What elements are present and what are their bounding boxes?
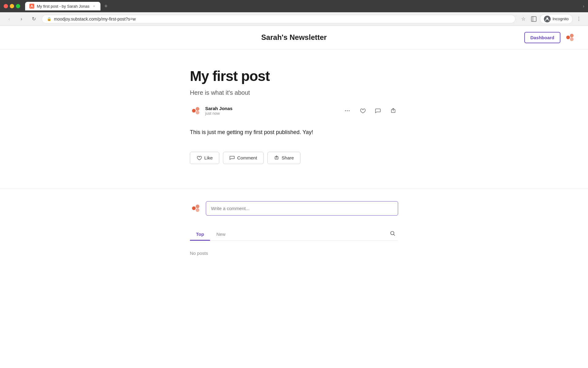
minimize-window-button[interactable]	[10, 4, 14, 8]
url-text: moodjoy.substack.com/p/my-first-post?s=w	[54, 17, 136, 21]
more-options-button[interactable]: ⋮	[575, 15, 583, 23]
post-body: This is just me getting my first post pu…	[190, 128, 398, 137]
share-icon-button[interactable]	[388, 106, 398, 116]
svg-point-9	[345, 110, 346, 111]
address-bar[interactable]: 🔒 moodjoy.substack.com/p/my-first-post?s…	[42, 15, 515, 23]
like-icon-button[interactable]	[358, 106, 368, 116]
browser-toolbar: ‹ › ↻ 🔒 moodjoy.substack.com/p/my-first-…	[0, 12, 588, 26]
dashboard-button[interactable]: Dashboard	[524, 32, 560, 43]
tab-new[interactable]: New	[210, 228, 232, 240]
svg-point-4	[570, 34, 574, 37]
commenter-avatar	[190, 202, 202, 214]
svg-rect-0	[531, 17, 536, 21]
author-info: Sarah Jonas just now	[190, 105, 232, 117]
svg-line-16	[394, 234, 395, 236]
sidebar-button[interactable]	[530, 15, 538, 23]
site-title: Sarah's Newsletter	[261, 33, 327, 42]
more-options-post-button[interactable]	[342, 106, 352, 116]
comment-button[interactable]: Comment	[223, 152, 264, 164]
reload-button[interactable]: ↻	[29, 15, 38, 23]
author-details: Sarah Jonas just now	[205, 106, 232, 116]
page-content: Sarah's Newsletter Dashboard My first po…	[0, 26, 588, 368]
comment-icon-button[interactable]	[373, 106, 383, 116]
post-subtitle: Here is what it's about	[190, 89, 398, 96]
browser-chrome: My first post - by Sarah Jonas × + › ‹ ›…	[0, 0, 588, 26]
tab-close-button[interactable]: ×	[92, 4, 96, 8]
header-right: Dashboard	[524, 32, 576, 43]
lock-icon: 🔒	[47, 17, 51, 21]
author-name: Sarah Jonas	[205, 106, 232, 111]
toolbar-icons: ☆ Incognito ⋮	[519, 14, 583, 24]
svg-point-2	[546, 17, 548, 19]
comments-section: Top New No posts	[184, 189, 404, 270]
author-time: just now	[205, 111, 232, 116]
forward-button[interactable]: ›	[17, 15, 26, 23]
incognito-avatar	[544, 16, 551, 22]
post-title: My first post	[190, 68, 398, 84]
bookmark-button[interactable]: ☆	[519, 15, 528, 23]
comment-input[interactable]	[206, 201, 398, 216]
author-avatar	[190, 105, 202, 117]
user-avatar[interactable]	[564, 32, 576, 43]
svg-point-5	[570, 37, 574, 41]
close-window-button[interactable]	[4, 4, 8, 8]
svg-point-10	[347, 110, 348, 111]
tab-chevron-icon: ›	[583, 4, 584, 9]
comments-tabs-row: Top New	[190, 228, 398, 241]
like-button-label: Like	[204, 155, 213, 160]
post-actions-top	[342, 106, 398, 116]
svg-point-6	[192, 109, 196, 113]
svg-point-3	[566, 36, 570, 39]
back-button[interactable]: ‹	[5, 15, 13, 23]
incognito-label: Incognito	[552, 17, 569, 21]
share-button-label: Share	[282, 155, 294, 160]
tab-favicon	[29, 4, 34, 9]
post-action-buttons: Like Comment Share	[190, 152, 398, 164]
incognito-profile-button[interactable]: Incognito	[540, 14, 573, 24]
active-tab[interactable]: My first post - by Sarah Jonas ×	[25, 2, 100, 10]
svg-point-7	[196, 107, 199, 111]
comments-search-button[interactable]	[387, 228, 398, 240]
share-button[interactable]: Share	[267, 152, 300, 164]
comments-tabs: Top New	[190, 228, 232, 240]
tab-top[interactable]: Top	[190, 228, 210, 240]
svg-point-12	[192, 206, 196, 210]
like-button[interactable]: Like	[190, 152, 219, 164]
post-article: My first post Here is what it's about Sa…	[184, 49, 404, 189]
browser-titlebar: My first post - by Sarah Jonas × + ›	[0, 0, 588, 12]
maximize-window-button[interactable]	[16, 4, 20, 8]
no-posts-text: No posts	[190, 248, 398, 258]
comment-input-row	[190, 201, 398, 216]
tab-bar: My first post - by Sarah Jonas × +	[25, 2, 580, 10]
site-header: Sarah's Newsletter Dashboard	[0, 26, 588, 49]
tab-title: My first post - by Sarah Jonas	[37, 4, 89, 9]
svg-point-15	[391, 231, 394, 235]
svg-point-11	[349, 110, 350, 111]
comment-button-label: Comment	[237, 155, 257, 160]
traffic-lights	[4, 4, 20, 8]
author-row: Sarah Jonas just now	[190, 105, 398, 117]
new-tab-button[interactable]: +	[102, 2, 110, 10]
svg-point-8	[196, 111, 199, 114]
svg-point-14	[196, 208, 199, 212]
svg-point-13	[196, 205, 199, 208]
